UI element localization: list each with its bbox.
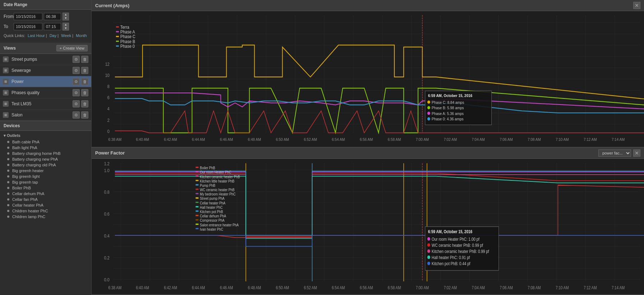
svg-text:Phase A: Phase A — [120, 29, 135, 34]
svg-text:0.6: 0.6 — [104, 211, 110, 217]
from-time-up[interactable]: ▲ — [63, 13, 69, 17]
svg-text:Kitchen little heater PhB: Kitchen little heater PhB — [200, 179, 235, 183]
power-factor-chart-close[interactable]: ✕ — [633, 149, 640, 157]
svg-rect-35 — [116, 41, 119, 42]
to-time-down[interactable]: ▼ — [63, 27, 69, 30]
power-factor-select[interactable]: power fac... — [598, 149, 631, 157]
svg-text:7:06 AM: 7:06 AM — [500, 137, 513, 142]
create-view-button[interactable]: + Create View — [56, 45, 88, 51]
view-delete-street-pumps[interactable]: 🗑 — [81, 56, 88, 63]
power-factor-chart-header: Power Factor power fac... ✕ — [92, 148, 644, 159]
svg-text:6:38 AM: 6:38 AM — [108, 285, 122, 290]
svg-text:Ivan heater PhC: Ivan heater PhC — [200, 227, 223, 231]
view-delete-sewerage[interactable]: 🗑 — [81, 67, 88, 74]
svg-text:6:54 AM: 6:54 AM — [332, 137, 345, 142]
device-bath-cable[interactable]: Bath cable PhA — [0, 139, 91, 145]
svg-text:Phase B: 5.98 amps: Phase B: 5.98 amps — [432, 106, 464, 110]
from-time-down[interactable]: ▼ — [63, 17, 69, 20]
svg-text:6:40 AM: 6:40 AM — [136, 285, 149, 290]
view-item-street-pumps[interactable]: ⊞ Street pumps ⚙ 🗑 — [0, 54, 91, 65]
to-label: To — [4, 24, 14, 29]
current-chart-title: Current (Amps) — [95, 3, 129, 8]
svg-rect-37 — [116, 45, 119, 46]
svg-text:My bedroom Heater PhC: My bedroom Heater PhC — [200, 192, 236, 196]
device-battery-new[interactable]: Battery charging new PhA — [0, 156, 91, 162]
svg-text:Phase C: 8.84 amps: Phase C: 8.84 amps — [432, 100, 464, 105]
svg-rect-120 — [196, 223, 199, 225]
view-item-phases-quality[interactable]: ⊞ Phases quality ⚙ 🗑 — [0, 87, 91, 98]
device-cellar-dehum[interactable]: Cellar dehum PhA — [0, 191, 91, 197]
from-time-spinner[interactable]: ▲ ▼ — [62, 13, 69, 20]
svg-rect-108 — [196, 197, 199, 199]
device-bath-light[interactable]: Bath light PhA — [0, 145, 91, 151]
view-settings-street-pumps[interactable]: ⚙ — [73, 56, 80, 63]
device-battery-old[interactable]: Battery charging old PhA — [0, 162, 91, 168]
device-big-greenh-heater[interactable]: Big greenh heater — [0, 168, 91, 174]
svg-rect-100 — [196, 180, 199, 181]
view-name-street-pumps: Street pumps — [11, 57, 73, 62]
to-time-spinner[interactable]: ▲ ▼ — [62, 23, 69, 31]
view-item-salon[interactable]: ⊞ Salon ⚙ 🗑 — [0, 110, 91, 121]
view-delete-power[interactable]: 🗑 — [81, 78, 88, 85]
to-date-input[interactable] — [14, 23, 42, 30]
svg-text:Our room Heater PhC: Our room Heater PhC — [200, 170, 231, 174]
device-children-lamp[interactable]: Children lamp PhC — [0, 214, 91, 220]
view-item-test-lm35[interactable]: ⊞ Test LM35 ⚙ 🗑 — [0, 98, 91, 110]
svg-rect-106 — [196, 193, 199, 194]
svg-text:6:42 AM: 6:42 AM — [164, 285, 177, 290]
from-time-input[interactable] — [44, 13, 61, 20]
view-actions-phases-quality: ⚙ 🗑 — [73, 89, 88, 96]
quick-link-week[interactable]: Week — [61, 33, 71, 38]
svg-text:0.8: 0.8 — [104, 189, 110, 195]
svg-rect-98 — [196, 175, 199, 177]
device-boiler-phb[interactable]: Boiler PhB — [0, 185, 91, 191]
to-time-up[interactable]: ▲ — [63, 23, 69, 27]
device-battery-home[interactable]: Battery charging home PhB — [0, 151, 91, 156]
view-icon-test-lm35: ⊞ — [3, 101, 9, 107]
current-chart-svg: 0 2 4 6 8 10 12 6:38 AM 6:40 AM 6:42 AM … — [92, 11, 644, 147]
current-chart-close[interactable]: ✕ — [633, 2, 640, 9]
svg-point-45 — [427, 112, 430, 115]
svg-text:6:50 AM: 6:50 AM — [276, 137, 289, 142]
from-date-input[interactable] — [14, 13, 42, 20]
device-big-greenh-light[interactable]: Big greenh light — [0, 174, 91, 179]
svg-text:6: 6 — [107, 95, 110, 100]
view-delete-test-lm35[interactable]: 🗑 — [81, 100, 88, 107]
outlets-label: ▾ Outlets — [0, 132, 91, 139]
svg-text:6:50 AM: 6:50 AM — [276, 285, 289, 290]
quick-link-day[interactable]: Day — [50, 33, 57, 38]
view-item-power[interactable]: ⊞ Power ⚙ 🗑 — [0, 76, 91, 87]
svg-text:6:44 AM: 6:44 AM — [192, 137, 205, 142]
power-factor-controls: power fac... ✕ — [598, 149, 640, 157]
view-settings-sewerage[interactable]: ⚙ — [73, 67, 80, 74]
svg-text:6:56 AM: 6:56 AM — [360, 285, 373, 290]
quick-link-last-hour[interactable]: Last Hour — [28, 33, 45, 38]
devices-header: Devices — [0, 121, 91, 131]
view-settings-test-lm35[interactable]: ⚙ — [73, 100, 80, 107]
svg-text:Salon entrance heater PhA: Salon entrance heater PhA — [200, 222, 239, 227]
current-chart-header: Current (Amps) ✕ — [92, 0, 644, 11]
view-settings-power[interactable]: ⚙ — [73, 78, 80, 85]
svg-rect-33 — [116, 36, 119, 37]
outlets-group: ▾ Outlets Bath cable PhA Bath light PhA … — [0, 131, 91, 221]
quick-link-month[interactable]: Month — [76, 33, 87, 38]
view-delete-phases-quality[interactable]: 🗑 — [81, 89, 88, 96]
svg-text:6:59 AM, October 15, 2016: 6:59 AM, October 15, 2016 — [428, 229, 472, 234]
view-item-sewerage[interactable]: ⊞ Sewerage ⚙ 🗑 — [0, 65, 91, 76]
to-time-input[interactable] — [44, 23, 61, 30]
svg-text:Hall heater PhC: 0.91 pf: Hall heater PhC: 0.91 pf — [432, 255, 470, 259]
svg-point-47 — [427, 117, 430, 120]
svg-text:7:04 AM: 7:04 AM — [472, 285, 485, 290]
current-chart-container: Current (Amps) ✕ 0 2 4 6 8 10 1 — [92, 0, 644, 148]
view-settings-phases-quality[interactable]: ⚙ — [73, 89, 80, 96]
svg-text:7:14 AM: 7:14 AM — [612, 137, 625, 142]
svg-point-134 — [427, 262, 430, 265]
view-settings-salon[interactable]: ⚙ — [73, 111, 80, 119]
view-delete-salon[interactable]: 🗑 — [81, 111, 88, 119]
device-big-greenh-tap[interactable]: Big greenh tap — [0, 179, 91, 185]
device-cellar-fan[interactable]: Cellar fan PhA — [0, 197, 91, 202]
device-cellar-heater[interactable]: Cellar heater PhA — [0, 202, 91, 208]
views-list: ⊞ Street pumps ⚙ 🗑 ⊞ Sewerage ⚙ 🗑 ⊞ Powe… — [0, 54, 91, 121]
svg-text:4: 4 — [107, 106, 110, 111]
device-children-heater[interactable]: Children heater PhC — [0, 208, 91, 214]
